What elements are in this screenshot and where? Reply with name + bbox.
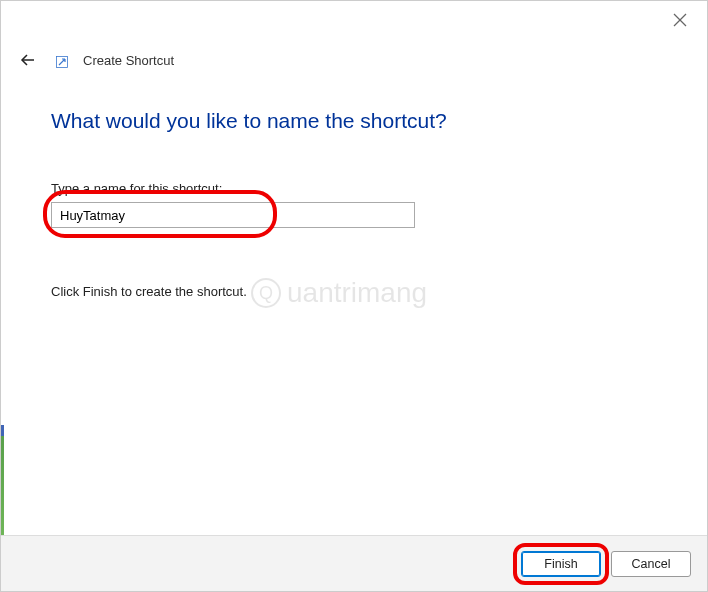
wizard-header: Create Shortcut [19, 51, 174, 69]
finish-button[interactable]: Finish [521, 551, 601, 577]
wizard-title: Create Shortcut [83, 53, 174, 68]
wizard-footer: Finish Cancel [1, 535, 707, 591]
shortcut-name-input-wrap [51, 202, 415, 228]
create-shortcut-wizard: Create Shortcut What would you like to n… [0, 0, 708, 592]
page-heading: What would you like to name the shortcut… [51, 109, 657, 133]
background-sliver [1, 425, 4, 535]
shortcut-name-label: Type a name for this shortcut: [51, 181, 657, 196]
wizard-content: What would you like to name the shortcut… [1, 1, 707, 299]
shortcut-name-input[interactable] [51, 202, 415, 228]
back-button[interactable] [19, 51, 37, 69]
back-arrow-icon [19, 51, 37, 69]
finish-button-wrap: Finish [521, 551, 601, 577]
instruction-text: Click Finish to create the shortcut. [51, 284, 657, 299]
shortcut-icon [55, 55, 69, 69]
close-icon [673, 13, 687, 27]
cancel-button[interactable]: Cancel [611, 551, 691, 577]
close-button[interactable] [673, 13, 689, 29]
